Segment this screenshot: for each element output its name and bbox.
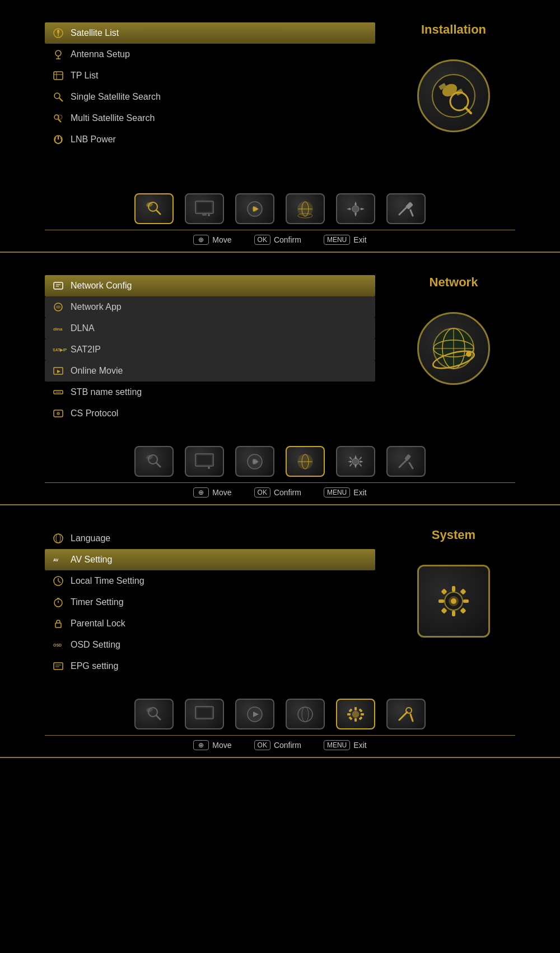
menu-item-epg-setting[interactable]: EPG setting (45, 656, 375, 677)
nav-tools[interactable] (386, 193, 426, 224)
menu-item-tp-list[interactable]: TP List (45, 65, 375, 86)
svg-rect-97 (441, 607, 447, 613)
nav3-tools[interactable] (386, 699, 426, 729)
svg-rect-113 (348, 708, 352, 712)
svg-line-10 (59, 98, 63, 101)
menu-item-lnb-power[interactable]: LNB Power (45, 129, 375, 150)
network-footer: ⊕ Move OK Confirm MENU Exit (45, 482, 515, 504)
confirm-label-1: Confirm (274, 235, 301, 244)
nav3-tv[interactable] (185, 699, 224, 729)
svg-rect-91 (452, 586, 455, 592)
exit-label-2: Exit (353, 488, 366, 497)
nav-installation[interactable] (134, 193, 174, 224)
menu-item-sat2ip[interactable]: SAT▶IP SAT2IP (45, 339, 375, 360)
svg-line-38 (410, 210, 413, 216)
svg-rect-93 (438, 599, 444, 603)
cs-protocol-icon (52, 407, 65, 420)
menu-item-stb-name-setting[interactable]: STB name setting (45, 382, 375, 403)
nav-settings[interactable] (336, 193, 375, 224)
nav-media-player[interactable] (235, 193, 274, 224)
svg-point-90 (451, 598, 456, 604)
menu-item-osd-setting[interactable]: OSD OSD Setting (45, 634, 375, 656)
menu-key-2: MENU (324, 487, 350, 498)
single-satellite-search-icon (52, 90, 65, 104)
tp-list-label: TP List (71, 71, 99, 81)
network-nav-icons (45, 438, 515, 482)
footer-move-1: ⊕ Move (193, 235, 231, 245)
footer-confirm-2: OK Confirm (254, 487, 301, 498)
installation-footer: ⊕ Move OK Confirm MENU Exit (45, 230, 515, 252)
parental-lock-label: Parental Lock (71, 619, 125, 629)
nav-network[interactable] (286, 193, 325, 224)
nav3-installation[interactable] (134, 699, 174, 729)
menu-item-single-satellite-search[interactable]: Single Satellite Search (45, 86, 375, 108)
nav2-media-player[interactable] (235, 446, 274, 477)
svg-point-26 (208, 214, 210, 216)
network-config-label: Network Config (71, 281, 132, 291)
stb-name-setting-label: STB name setting (71, 387, 142, 397)
svg-rect-116 (358, 716, 362, 720)
footer-confirm-3: OK Confirm (254, 740, 301, 750)
svg-point-75 (56, 534, 60, 543)
menu-item-timer-setting[interactable]: Timer Setting (45, 592, 375, 613)
language-label: Language (71, 533, 110, 543)
exit-label-1: Exit (353, 235, 366, 244)
menu-item-language[interactable]: Language (45, 528, 375, 549)
nav2-tools[interactable] (386, 446, 426, 477)
menu-key-1: MENU (324, 235, 350, 245)
network-panel: Network Config Network App dina DLNA (0, 253, 560, 505)
svg-rect-83 (55, 623, 61, 627)
ok-key-3: OK (254, 740, 270, 750)
menu-item-online-movie[interactable]: Online Movie (45, 360, 375, 382)
dlna-icon: dina (52, 322, 65, 335)
nav2-settings[interactable] (336, 446, 375, 477)
system-nav-icons (45, 690, 515, 735)
menu-item-network-app[interactable]: Network App (45, 296, 375, 318)
menu-item-local-time-setting[interactable]: Local Time Setting (45, 570, 375, 592)
network-title: Network (430, 275, 478, 290)
nav3-settings[interactable] (336, 699, 375, 729)
move-label-3: Move (212, 741, 231, 750)
cs-protocol-label: CS Protocol (71, 408, 118, 419)
menu-item-cs-protocol[interactable]: CS Protocol (45, 403, 375, 424)
menu-item-av-setting[interactable]: AV AV Setting (45, 549, 375, 570)
svg-point-106 (298, 707, 312, 722)
nav-tv[interactable] (185, 193, 224, 224)
single-satellite-search-label: Single Satellite Search (71, 92, 161, 102)
svg-rect-109 (354, 707, 357, 710)
system-menu: Language AV AV Setting Lo (45, 522, 375, 690)
svg-rect-98 (460, 607, 466, 613)
move-key-3: ⊕ (193, 740, 209, 750)
nav3-media-player[interactable] (235, 699, 274, 729)
menu-item-satellite-list[interactable]: Satellite List (45, 22, 375, 44)
sat2ip-label: SAT2IP (71, 345, 101, 355)
svg-text:dina: dina (53, 327, 63, 332)
satellite-list-label: Satellite List (71, 28, 119, 38)
svg-point-63 (208, 467, 210, 469)
menu-item-network-config[interactable]: Network Config (45, 275, 375, 296)
footer-move-3: ⊕ Move (193, 740, 231, 750)
multi-satellite-search-icon (52, 111, 65, 125)
nav2-tv[interactable] (185, 446, 224, 477)
system-big-icon (417, 565, 490, 638)
language-icon (52, 532, 65, 545)
svg-rect-1 (57, 30, 59, 33)
multi-satellite-search-label: Multi Satellite Search (71, 113, 155, 123)
network-app-icon (52, 300, 65, 314)
menu-item-multi-satellite-search[interactable]: Multi Satellite Search (45, 108, 375, 129)
nav3-network[interactable] (286, 699, 325, 729)
menu-item-dlna[interactable]: dina DLNA (45, 318, 375, 339)
local-time-setting-label: Local Time Setting (71, 576, 144, 586)
svg-rect-114 (358, 708, 362, 712)
svg-text:OSD: OSD (53, 643, 62, 647)
tp-list-icon (52, 69, 65, 82)
svg-rect-39 (54, 282, 63, 289)
menu-item-antenna-setup[interactable]: Antenna Setup (45, 44, 375, 65)
svg-point-50 (57, 412, 60, 415)
nav2-installation[interactable] (134, 446, 174, 477)
nav2-network[interactable] (286, 446, 325, 477)
svg-text:AV: AV (53, 558, 59, 562)
svg-point-74 (54, 534, 63, 543)
lnb-power-label: LNB Power (71, 134, 116, 145)
menu-item-parental-lock[interactable]: Parental Lock (45, 613, 375, 634)
